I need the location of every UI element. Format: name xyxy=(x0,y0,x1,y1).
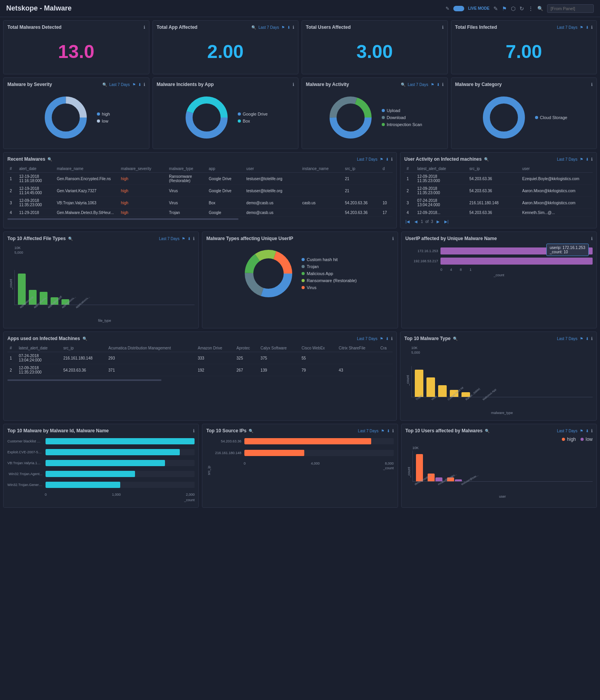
info-icon-activity[interactable]: ℹ xyxy=(442,82,444,87)
col-user: user xyxy=(244,165,300,173)
download-icon-ua[interactable]: ⬇ xyxy=(586,157,589,161)
prev-page-btn[interactable]: ◀ xyxy=(413,219,419,224)
hbar-track-3 xyxy=(46,460,195,466)
last-page-btn[interactable]: ▶| xyxy=(443,219,450,224)
info-icon-mid[interactable]: ℹ xyxy=(193,428,195,433)
svg-point-11 xyxy=(493,107,515,128)
info-icon-files[interactable]: ℹ xyxy=(591,25,593,30)
si-label-2: 216.161.180.148 xyxy=(206,451,241,455)
download-icon-si[interactable]: ⬇ xyxy=(387,429,390,433)
edit-icon[interactable]: ✎ xyxy=(493,5,498,12)
total-app-card: Total App Affected 🔍 Last 7 Days ⚑ ⬇ ℹ 2… xyxy=(153,20,299,74)
download-icon-app[interactable]: ⬇ xyxy=(287,25,290,30)
ua-tag: Last 7 Days xyxy=(557,157,577,161)
total-users-value: 3.00 xyxy=(306,33,444,70)
table-row[interactable]: 4 11-29-2018 Gen.Malware.Detect.By.StHeu… xyxy=(7,209,393,217)
ua2-legend-high: high xyxy=(562,437,576,442)
col-src-ip: src_ip xyxy=(342,165,380,173)
bar-zip xyxy=(18,274,26,305)
info-icon-category[interactable]: ℹ xyxy=(591,82,593,87)
bar-virus xyxy=(426,377,435,397)
info-icon-users[interactable]: ℹ xyxy=(442,25,444,30)
recent-malwares-table-wrap: # alert_date malware_name malware_severi… xyxy=(7,165,393,220)
info-icon-incidents[interactable]: ℹ xyxy=(293,82,294,87)
table-row[interactable]: 1 12-19-201811:16:18:000 Gen.Ransom.Encr… xyxy=(7,173,393,185)
download-icon-recent[interactable]: ⬇ xyxy=(386,157,389,161)
hbar-track-2 xyxy=(46,449,195,455)
download-icon-files[interactable]: ⬇ xyxy=(586,25,589,30)
total-malwares-card: Total Malwares Detected ℹ 13.0 xyxy=(3,20,149,74)
filter-icon-mtb[interactable]: ⚑ xyxy=(580,337,583,341)
table-row[interactable]: 4 12-09-2018... 54.203.63.36 Kenneth.Sim… xyxy=(404,209,593,217)
total-pages: 3 xyxy=(431,219,433,224)
total-files-value: 7.00 xyxy=(455,33,593,70)
info-icon-mtb[interactable]: ℹ xyxy=(591,336,593,341)
si-x-axis: 0 4,000 8,000 xyxy=(206,461,393,465)
download-icon-activity[interactable]: ⬇ xyxy=(437,82,440,87)
table-row[interactable]: 2 12-19-201811:14:45:000 Gen.Variant.Kaz… xyxy=(7,185,393,197)
table-row[interactable]: 1 07-24-201813:04:24:000 216.161.180.148… xyxy=(7,352,393,364)
filter-icon-activity[interactable]: ⚑ xyxy=(431,82,434,87)
table-row[interactable]: 3 07-24-201813:04:24:000 216.161.180.148… xyxy=(404,197,593,209)
info-icon-si[interactable]: ℹ xyxy=(392,428,394,433)
filter-icon-ua2[interactable]: ⚑ xyxy=(580,429,583,433)
ua2-high-label: high xyxy=(567,437,576,442)
hbar-row-3: VB:Trojan.Valyria.1063... xyxy=(7,460,195,466)
metrics-row: Total Malwares Detected ℹ 13.0 Total App… xyxy=(3,20,597,74)
x-8: 8 xyxy=(460,268,462,272)
hbar-fill-3 xyxy=(46,460,165,466)
filter-icon-ai[interactable]: ⚑ xyxy=(380,337,383,341)
severity-tag: Last 7 Days xyxy=(109,82,130,87)
tooltip-count: _count: 10 xyxy=(550,250,585,254)
user-activity-table: # latest_alert_date src_ip user 1 12-09-… xyxy=(404,165,593,217)
download-icon-ai[interactable]: ⬇ xyxy=(386,337,389,341)
user-activity-table-wrap: # latest_alert_date src_ip user 1 12-09-… xyxy=(404,165,593,224)
userip-label-1: 172.16.1.253 xyxy=(405,249,440,253)
table-row[interactable]: 1 12-09-201811:35:23:000 54.203.63.36 Ez… xyxy=(404,173,593,185)
refresh-icon[interactable]: ↻ xyxy=(519,5,524,12)
filter-icon-severity[interactable]: ⚑ xyxy=(132,82,136,87)
download-icon-ft[interactable]: ⬇ xyxy=(188,237,191,241)
download-icon-ua2[interactable]: ⬇ xyxy=(586,429,589,433)
filter-icon-app[interactable]: ⚑ xyxy=(281,25,285,30)
info-icon-ua[interactable]: ℹ xyxy=(591,157,593,162)
download-icon-mtb[interactable]: ⬇ xyxy=(586,337,589,341)
download-icon-severity[interactable]: ⬇ xyxy=(138,82,141,87)
filter-icon[interactable]: ⚑ xyxy=(502,5,507,12)
ua2-x-labels: demo@casb.us moaks@natako... testuser@to… xyxy=(412,483,593,486)
table-row[interactable]: 3 12-09-201811:35:23:000 VB:Trojan.Valyr… xyxy=(7,197,393,209)
total-users-title: Total Users Affected xyxy=(306,25,351,30)
info-icon-ua2[interactable]: ℹ xyxy=(591,428,593,433)
first-page-btn[interactable]: |◀ xyxy=(404,219,411,224)
info-icon-ft[interactable]: ℹ xyxy=(193,236,195,241)
info-icon-malwares[interactable]: ℹ xyxy=(144,25,145,30)
filter-icon-ft[interactable]: ⚑ xyxy=(182,237,185,241)
table-row[interactable]: 2 12-09-201811:35:23:000 54.203.63.36 37… xyxy=(7,364,393,376)
ai-tag: Last 7 Days xyxy=(357,337,377,341)
userip-tooltip: userip: 172.16.1.253 _count: 10 xyxy=(546,244,589,256)
search-input[interactable] xyxy=(547,4,594,13)
info-icon-userip[interactable]: ℹ xyxy=(591,236,593,241)
filter-icon-recent[interactable]: ⚑ xyxy=(380,157,383,161)
filter-icon-si[interactable]: ⚑ xyxy=(381,429,384,433)
total-files-card: Total Files Infected Last 7 Days ⚑ ⬇ ℹ 7… xyxy=(451,20,597,74)
filter-icon-files[interactable]: ⚑ xyxy=(580,25,583,30)
info-icon-app[interactable]: ℹ xyxy=(293,25,294,30)
severity-legend-low: low xyxy=(97,119,110,123)
apps-malware-row: Apps used on Infected Machines 🔍 Last 7 … xyxy=(3,332,597,421)
mt-legend-malicious: Malicious App xyxy=(302,271,356,276)
share-icon[interactable]: ⬡ xyxy=(511,5,516,12)
info-icon-severity[interactable]: ℹ xyxy=(144,82,145,87)
more-icon[interactable]: ⋮ xyxy=(528,5,533,12)
filter-icon-ua[interactable]: ⚑ xyxy=(580,157,583,161)
userip-x-label: _count xyxy=(405,273,593,277)
next-page-btn[interactable]: ▶ xyxy=(435,219,441,224)
table-row[interactable]: 2 12-09-201811:35:23:000 54.203.63.36 Aa… xyxy=(404,185,593,197)
info-icon-mt[interactable]: ℹ xyxy=(392,236,394,241)
info-icon-ai[interactable]: ℹ xyxy=(391,336,393,341)
ft-tag: Last 7 Days xyxy=(159,237,180,241)
info-icon-recent[interactable]: ℹ xyxy=(391,157,393,162)
bar-group xyxy=(438,385,447,397)
live-mode-toggle[interactable] xyxy=(453,6,464,11)
bar-custom xyxy=(438,385,447,397)
